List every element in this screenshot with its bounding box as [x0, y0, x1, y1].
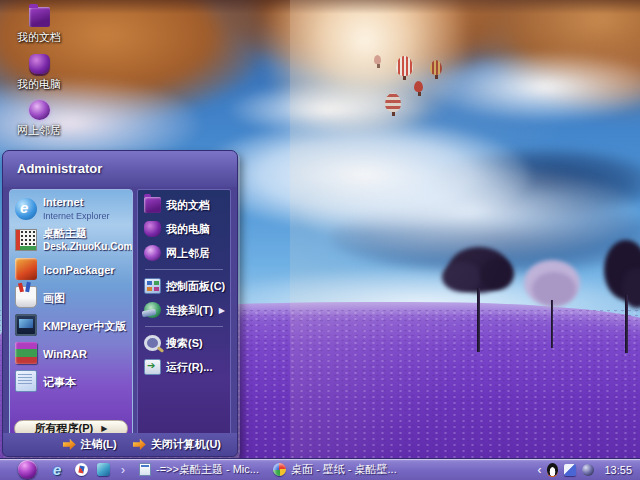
my-computer-icon: [144, 221, 161, 237]
my-documents-icon: [144, 197, 161, 213]
internet-explorer-icon[interactable]: e: [53, 463, 66, 476]
tray-app-icon[interactable]: [582, 464, 594, 476]
start-button[interactable]: [18, 460, 37, 479]
hot-air-balloon: [430, 60, 442, 75]
menu-item-label: 记事本: [43, 376, 76, 388]
start-menu: Administrator Internet Internet Explorer…: [2, 150, 238, 457]
quick-launch-app-icon[interactable]: [97, 463, 110, 476]
my-computer-icon: [29, 54, 50, 74]
connect-to-icon: [144, 302, 161, 318]
log-off-button[interactable]: 注销(L): [63, 437, 117, 452]
system-tray: ‹ 13:55: [537, 463, 640, 477]
menu-separator: [145, 326, 223, 327]
menu-item-network-places[interactable]: 网上邻居: [138, 241, 230, 265]
menu-item-my-documents[interactable]: 我的文档: [138, 193, 230, 217]
menu-item-zhuoku-theme[interactable]: 桌酷主题 Desk.ZhuoKu.Com: [10, 224, 132, 255]
menu-item-label: 桌酷主题: [43, 227, 87, 239]
menu-item-internet[interactable]: Internet Internet Explorer: [10, 193, 132, 224]
menu-item-sublabel: Desk.ZhuoKu.Com: [43, 241, 132, 252]
shut-down-button[interactable]: 关闭计算机(U): [133, 437, 221, 452]
menu-item-paint[interactable]: 画图: [10, 283, 132, 311]
desktop-icon-my-computer[interactable]: 我的电脑: [2, 54, 76, 92]
menu-item-search[interactable]: 搜索(S): [138, 331, 230, 355]
run-icon: [144, 359, 161, 375]
all-programs-arrow-icon: ▶: [101, 424, 107, 433]
tree-trunk: [477, 288, 480, 352]
kmplayer-icon: [15, 314, 37, 336]
quick-launch-overflow-chevron[interactable]: ›: [121, 463, 125, 477]
menu-item-kmplayer[interactable]: KMPlayer中文版: [10, 311, 132, 339]
menu-item-label: 网上邻居: [166, 246, 210, 261]
menu-separator: [145, 269, 223, 270]
desktop-icon-network-places[interactable]: 网上邻居: [2, 100, 76, 138]
taskbar-clock[interactable]: 13:55: [604, 464, 632, 476]
menu-item-label: 搜索(S): [166, 336, 203, 351]
menu-item-my-computer[interactable]: 我的电脑: [138, 217, 230, 241]
internet-explorer-icon: [15, 198, 37, 220]
log-off-label: 注销(L): [81, 437, 117, 452]
desktop-icon-label: 我的电脑: [2, 77, 76, 92]
desktop-icon-label: 网上邻居: [2, 123, 76, 138]
menu-item-sublabel: Internet Explorer: [43, 211, 110, 221]
tree: [480, 258, 514, 290]
menu-item-label: 我的电脑: [166, 222, 210, 237]
browser-ball-icon: [273, 463, 286, 476]
zhuoku-theme-icon: [15, 229, 37, 251]
desktop-icon-my-documents[interactable]: 我的文档: [2, 7, 76, 45]
wallpaper-top-shade: [0, 0, 640, 14]
menu-item-label: KMPlayer中文版: [43, 320, 126, 332]
desktop: 我的文档 我的电脑 网上邻居 Administrator Internet In…: [0, 0, 640, 480]
menu-item-control-panel[interactable]: 控制面板(C): [138, 274, 230, 298]
search-icon: [144, 335, 161, 351]
desktop-icon-label: 我的文档: [2, 30, 76, 45]
taskbar: e › -=>>桌酷主题 - Mic... 桌面 - 壁纸 - 桌酷壁... ‹…: [0, 458, 640, 480]
network-places-icon: [144, 245, 161, 261]
browser-compass-icon[interactable]: [75, 463, 88, 476]
tree-trunk: [551, 300, 553, 348]
hot-air-balloon: [374, 55, 381, 64]
winrar-icon: [15, 342, 37, 364]
menu-item-connect-to[interactable]: 连接到(T) ▶: [138, 298, 230, 322]
hot-air-balloon: [396, 56, 413, 76]
menu-item-notepad[interactable]: 记事本: [10, 367, 132, 395]
start-menu-places-panel: 我的文档 我的电脑 网上邻居 控制面板(C) 连接到(T) ▶: [137, 189, 231, 441]
notepad-icon: [15, 370, 37, 392]
taskbar-task-zhuoku-theme[interactable]: -=>>桌酷主题 - Mic...: [139, 462, 259, 477]
messenger-tray-icon[interactable]: [564, 464, 576, 476]
menu-item-label: IconPackager: [43, 264, 115, 276]
quick-launch: e ›: [53, 463, 125, 477]
menu-item-winrar[interactable]: WinRAR: [10, 339, 132, 367]
shut-down-icon: [133, 439, 146, 450]
menu-item-label: WinRAR: [43, 348, 87, 360]
menu-item-label: 我的文档: [166, 198, 210, 213]
submenu-arrow-icon: ▶: [219, 306, 225, 315]
wallpaper-cloud: [430, 52, 640, 122]
task-label: 桌面 - 壁纸 - 桌酷壁...: [291, 462, 397, 477]
tree: [442, 262, 482, 292]
qq-tray-icon[interactable]: [547, 463, 558, 476]
tray-chevron-icon[interactable]: ‹: [537, 463, 541, 477]
menu-item-iconpackager[interactable]: IconPackager: [10, 255, 132, 283]
menu-item-label: 连接到(T): [166, 303, 213, 318]
menu-item-label: Internet: [43, 196, 83, 208]
menu-item-label: 画图: [43, 292, 65, 304]
menu-item-run[interactable]: 运行(R)...: [138, 355, 230, 379]
shut-down-label: 关闭计算机(U): [151, 437, 221, 452]
start-menu-pinned-panel: Internet Internet Explorer 桌酷主题 Desk.Zhu…: [9, 189, 133, 441]
my-documents-icon: [29, 7, 50, 27]
task-label: -=>>桌酷主题 - Mic...: [156, 462, 259, 477]
hot-air-balloon: [385, 93, 401, 112]
tree-trunk: [625, 295, 628, 353]
network-places-icon: [29, 100, 50, 120]
menu-item-label: 控制面板(C): [166, 279, 225, 294]
wallpaper-cloud: [300, 165, 640, 260]
start-menu-user: Administrator: [3, 151, 237, 187]
paint-icon: [15, 286, 37, 308]
log-off-icon: [63, 439, 76, 450]
hot-air-balloon: [414, 81, 423, 92]
taskbar-task-wallpaper[interactable]: 桌面 - 壁纸 - 桌酷壁...: [273, 462, 397, 477]
start-menu-footer: 注销(L) 关闭计算机(U): [3, 433, 237, 456]
iconpackager-icon: [15, 258, 37, 280]
blossom-tree: [532, 272, 576, 306]
control-panel-icon: [144, 278, 161, 294]
